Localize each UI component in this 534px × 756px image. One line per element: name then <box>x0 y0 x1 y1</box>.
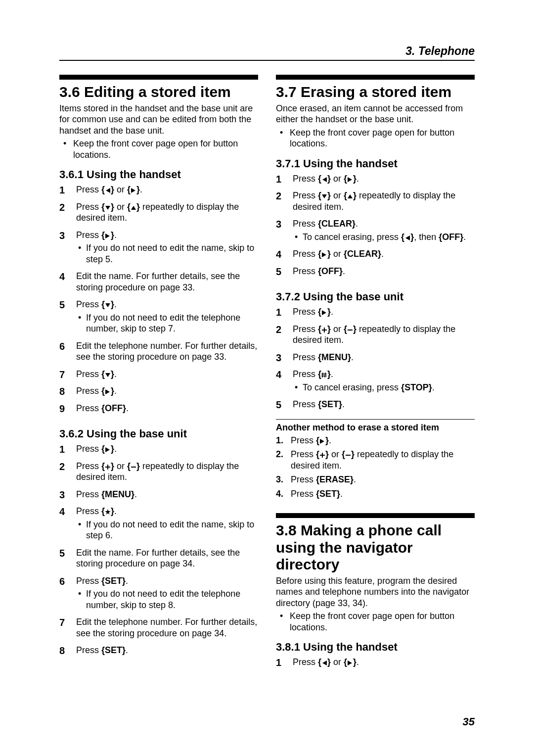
key-set: {SET} <box>316 489 340 499</box>
key-label: SET <box>319 489 337 499</box>
step-text: Press <box>76 202 101 212</box>
step-text: Press <box>293 324 318 334</box>
key-right: {} <box>127 185 140 194</box>
step-text: . <box>340 489 343 499</box>
key-down: {} <box>101 369 114 379</box>
step-item: Press {} or {} repeatedly to display the… <box>59 461 258 489</box>
key-down: {} <box>101 299 114 309</box>
steps-3-7-2: Press {}. Press {} or {} repeatedly to d… <box>276 306 475 416</box>
manual-page: 3. Telephone 3.6 Editing a stored item I… <box>0 0 534 756</box>
another-method-head: Another method to erase a stored item <box>276 423 475 433</box>
sub-bullets: If you do not need to edit the name, ski… <box>76 242 258 265</box>
sub-item: If you do not need to edit the name, ski… <box>82 519 258 541</box>
key-set: {SET} <box>318 399 342 409</box>
step-text: . <box>331 307 333 317</box>
key-label: SET <box>105 645 122 655</box>
step-item: Press {SET}. If you do not need to edit … <box>59 575 258 617</box>
step-item: Edit the telephone number. For further d… <box>59 340 258 369</box>
sub-text: . <box>432 382 435 392</box>
key-stop: {STOP} <box>401 382 432 392</box>
sub-bullets: To cancel erasing, press {STOP}. <box>293 382 475 393</box>
step-text: Press <box>291 489 316 499</box>
step-item: Press {MENU}. <box>276 352 475 369</box>
step-text: . <box>342 399 345 409</box>
key-plus: {} <box>101 461 114 471</box>
key-off: {OFF} <box>101 403 126 413</box>
down-triangle-icon <box>105 205 111 211</box>
chapter-header: 3. Telephone <box>59 45 475 58</box>
left-triangle-icon <box>105 188 111 193</box>
step-text: . <box>126 645 128 655</box>
key-label: ERASE <box>319 474 350 484</box>
step-text: or <box>331 324 344 334</box>
key-right: {} <box>344 174 356 184</box>
two-columns: 3.6 Editing a stored item Items stored i… <box>59 72 475 674</box>
star-icon <box>105 509 111 515</box>
right-triangle-icon <box>347 660 353 666</box>
key-erase: {ERASE} <box>316 474 354 484</box>
subsection-title-3-8-1: 3.8.1 Using the handset <box>276 641 475 654</box>
step-item: Edit the telephone number. For further d… <box>59 616 258 645</box>
step-item: Edit the name. For further details, see … <box>59 547 258 575</box>
subsection-title-3-7-2: 3.7.2 Using the base unit <box>276 290 475 303</box>
step-text: Press <box>293 266 318 276</box>
step-text: . <box>356 657 359 667</box>
key-minus: {} <box>127 461 140 471</box>
hash-icon <box>321 372 327 378</box>
divider <box>276 419 475 420</box>
step-text: . <box>381 249 384 259</box>
step-text: . <box>329 435 331 445</box>
key-star: {} <box>101 506 114 516</box>
step-text: Press <box>76 403 101 413</box>
step-text: Press <box>293 307 318 317</box>
step-text: . <box>356 174 359 184</box>
step-text: . <box>114 444 117 454</box>
right-triangle-icon <box>105 389 111 395</box>
step-text: . <box>114 299 117 309</box>
step-text: Press <box>76 576 101 586</box>
step-item: Press {}. If you do not need to edit the… <box>59 230 258 271</box>
step-text: Press <box>291 474 316 484</box>
step-text: . <box>126 576 128 586</box>
step-item: Press {} or {}. <box>276 657 475 674</box>
step-text: Press <box>293 657 318 667</box>
minus-icon <box>347 327 353 333</box>
right-triangle-icon <box>347 177 353 183</box>
left-column: 3.6 Editing a stored item Items stored i… <box>59 72 258 674</box>
left-triangle-icon <box>321 177 327 183</box>
step-item: Press {CLEAR}. To cancel erasing, press … <box>276 218 475 248</box>
step-text: Press <box>76 299 101 309</box>
step-text: . <box>351 352 354 362</box>
sub-text: To cancel erasing, press <box>303 382 401 392</box>
step-text: or <box>114 185 127 194</box>
down-triangle-icon <box>105 302 111 308</box>
key-plus: {} <box>316 449 329 459</box>
minus-icon <box>131 464 136 470</box>
sub-bullets: If you do not need to edit the telephone… <box>76 312 258 334</box>
step-text: . <box>140 185 142 194</box>
right-triangle-icon <box>319 438 325 444</box>
step-item: Press {} or {} repeatedly to display the… <box>276 190 475 218</box>
step-text: Press <box>76 645 101 655</box>
key-up: {} <box>127 202 140 212</box>
key-right: {} <box>316 435 329 445</box>
section-title-3-7: 3.7 Erasing a stored item <box>276 84 475 101</box>
step-text: Press <box>76 230 101 240</box>
key-label: OFF <box>105 403 123 413</box>
right-triangle-icon <box>131 188 136 193</box>
plus-icon <box>321 327 327 333</box>
right-triangle-icon <box>321 252 327 258</box>
key-label: CLEAR <box>321 219 352 229</box>
step-text: . <box>114 230 117 240</box>
key-right: {} <box>101 386 114 396</box>
right-triangle-icon <box>321 310 327 316</box>
step-item: Press {}. If you do not need to edit the… <box>59 299 258 340</box>
key-menu: {MENU} <box>101 489 134 499</box>
sub-item: If you do not need to edit the telephone… <box>82 312 258 334</box>
key-right: {} <box>318 307 331 317</box>
step-text: Press <box>76 506 101 516</box>
step-text: Press <box>293 399 318 409</box>
sub-item: If you do not need to edit the telephone… <box>82 588 258 611</box>
key-right: {} <box>344 657 356 667</box>
left-triangle-icon <box>404 235 410 241</box>
